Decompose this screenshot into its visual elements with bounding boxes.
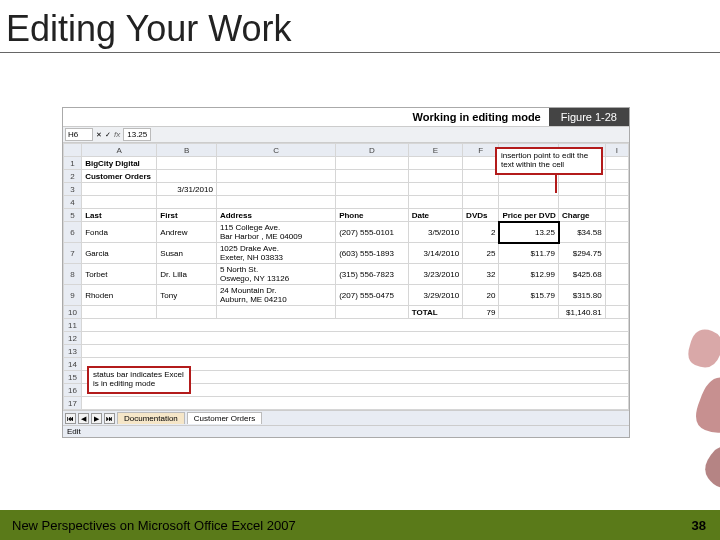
cell[interactable]: 3/23/2010 bbox=[408, 264, 462, 285]
footer-text: New Perspectives on Microsoft Office Exc… bbox=[12, 518, 296, 533]
cell[interactable]: 3/5/2010 bbox=[408, 222, 462, 243]
excel-figure: Working in editing mode Figure 1-28 H6 ✕… bbox=[62, 107, 630, 438]
col-header[interactable]: C bbox=[216, 144, 335, 157]
figure-caption: Working in editing mode bbox=[405, 108, 549, 126]
cell[interactable]: First bbox=[157, 209, 217, 222]
cell[interactable]: Rhoden bbox=[82, 285, 157, 306]
name-box[interactable]: H6 bbox=[65, 128, 93, 141]
tab-nav-prev-icon[interactable]: ◀ bbox=[78, 413, 89, 424]
row-header[interactable]: 11 bbox=[64, 319, 82, 332]
cell[interactable]: Phone bbox=[336, 209, 409, 222]
page-number: 38 bbox=[692, 518, 706, 533]
cell[interactable]: (603) 555-1893 bbox=[336, 243, 409, 264]
cell[interactable]: 32 bbox=[463, 264, 499, 285]
figure-header: Working in editing mode Figure 1-28 bbox=[63, 108, 629, 126]
fx-icon[interactable]: fx bbox=[114, 130, 120, 139]
row-header[interactable]: 6 bbox=[64, 222, 82, 243]
cell[interactable]: 79 bbox=[463, 306, 499, 319]
cell[interactable]: Torbet bbox=[82, 264, 157, 285]
row-header[interactable]: 7 bbox=[64, 243, 82, 264]
cell[interactable]: Susan bbox=[157, 243, 217, 264]
col-header[interactable]: E bbox=[408, 144, 462, 157]
cell[interactable]: TOTAL bbox=[408, 306, 462, 319]
col-header[interactable]: B bbox=[157, 144, 217, 157]
figure-label: Figure 1-28 bbox=[549, 108, 629, 126]
row-header[interactable]: 14 bbox=[64, 358, 82, 371]
tab-nav-first-icon[interactable]: ⏮ bbox=[65, 413, 76, 424]
col-header[interactable]: D bbox=[336, 144, 409, 157]
cell[interactable]: BigCity Digital bbox=[82, 157, 157, 170]
formula-bar: H6 ✕ ✓ fx 13.25 bbox=[63, 126, 629, 143]
cell[interactable]: Customer Orders bbox=[82, 170, 157, 183]
cell[interactable]: Garcia bbox=[82, 243, 157, 264]
row-header[interactable]: 2 bbox=[64, 170, 82, 183]
cell[interactable]: 24 Mountain Dr.Auburn, ME 04210 bbox=[216, 285, 335, 306]
tab-nav-next-icon[interactable]: ▶ bbox=[91, 413, 102, 424]
callout-insertion-point: insertion point to edit the text within … bbox=[495, 147, 603, 175]
row-header[interactable]: 10 bbox=[64, 306, 82, 319]
active-cell[interactable]: 13.25 bbox=[499, 222, 559, 243]
row-header[interactable]: 1 bbox=[64, 157, 82, 170]
status-mode: Edit bbox=[67, 427, 81, 436]
row-header[interactable]: 3 bbox=[64, 183, 82, 196]
cell[interactable]: $12.99 bbox=[499, 264, 559, 285]
sheet-tab-customer-orders[interactable]: Customer Orders bbox=[187, 412, 262, 424]
tab-nav-last-icon[interactable]: ⏭ bbox=[104, 413, 115, 424]
cell[interactable]: $15.79 bbox=[499, 285, 559, 306]
cell[interactable]: Address bbox=[216, 209, 335, 222]
cell[interactable]: $11.79 bbox=[499, 243, 559, 264]
row-header[interactable]: 9 bbox=[64, 285, 82, 306]
cell[interactable]: 25 bbox=[463, 243, 499, 264]
row-header[interactable]: 8 bbox=[64, 264, 82, 285]
cell[interactable]: $34.58 bbox=[559, 222, 606, 243]
status-bar: Edit bbox=[63, 425, 629, 437]
confirm-icon[interactable]: ✓ bbox=[105, 131, 111, 139]
cell[interactable]: 3/31/2010 bbox=[157, 183, 217, 196]
cell[interactable]: Last bbox=[82, 209, 157, 222]
cell[interactable]: Andrew bbox=[157, 222, 217, 243]
col-header[interactable]: I bbox=[605, 144, 628, 157]
cell[interactable]: $1,140.81 bbox=[559, 306, 606, 319]
row-header[interactable]: 12 bbox=[64, 332, 82, 345]
select-all[interactable] bbox=[64, 144, 82, 157]
row-header[interactable]: 17 bbox=[64, 397, 82, 410]
row-header[interactable]: 15 bbox=[64, 371, 82, 384]
cell[interactable]: Price per DVD bbox=[499, 209, 559, 222]
cell[interactable]: $425.68 bbox=[559, 264, 606, 285]
cell[interactable]: (207) 555-0475 bbox=[336, 285, 409, 306]
formula-value[interactable]: 13.25 bbox=[123, 128, 151, 141]
slide-footer: New Perspectives on Microsoft Office Exc… bbox=[0, 510, 720, 540]
cell[interactable]: 20 bbox=[463, 285, 499, 306]
sheet-tabs: ⏮ ◀ ▶ ⏭ Documentation Customer Orders bbox=[63, 410, 629, 425]
cancel-icon[interactable]: ✕ bbox=[96, 131, 102, 139]
col-header[interactable]: A bbox=[82, 144, 157, 157]
cell[interactable]: 5 North St.Oswego, NY 13126 bbox=[216, 264, 335, 285]
slide-title: Editing Your Work bbox=[0, 0, 720, 53]
cell[interactable]: 115 College Ave.Bar Harbor , ME 04009 bbox=[216, 222, 335, 243]
cell[interactable]: (207) 555-0101 bbox=[336, 222, 409, 243]
row-header[interactable]: 13 bbox=[64, 345, 82, 358]
cell[interactable]: Fonda bbox=[82, 222, 157, 243]
row-header[interactable]: 4 bbox=[64, 196, 82, 209]
cell[interactable]: Date bbox=[408, 209, 462, 222]
cell[interactable]: DVDs bbox=[463, 209, 499, 222]
callout-status-bar: status bar indicates Excel is in editing… bbox=[87, 366, 191, 394]
cell[interactable]: 3/14/2010 bbox=[408, 243, 462, 264]
worksheet[interactable]: insertion point to edit the text within … bbox=[63, 143, 629, 410]
cell[interactable]: Tony bbox=[157, 285, 217, 306]
col-header[interactable]: F bbox=[463, 144, 499, 157]
row-header[interactable]: 16 bbox=[64, 384, 82, 397]
row-header[interactable]: 5 bbox=[64, 209, 82, 222]
cell[interactable]: 3/29/2010 bbox=[408, 285, 462, 306]
cell[interactable]: 2 bbox=[463, 222, 499, 243]
cell[interactable]: $315.80 bbox=[559, 285, 606, 306]
cell[interactable]: Dr. Lilla bbox=[157, 264, 217, 285]
sheet-tab-documentation[interactable]: Documentation bbox=[117, 412, 185, 424]
callout-arrow-icon bbox=[555, 175, 557, 193]
cell[interactable]: Charge bbox=[559, 209, 606, 222]
cell[interactable]: 1025 Drake Ave.Exeter, NH 03833 bbox=[216, 243, 335, 264]
cell[interactable]: (315) 556-7823 bbox=[336, 264, 409, 285]
cell[interactable]: $294.75 bbox=[559, 243, 606, 264]
